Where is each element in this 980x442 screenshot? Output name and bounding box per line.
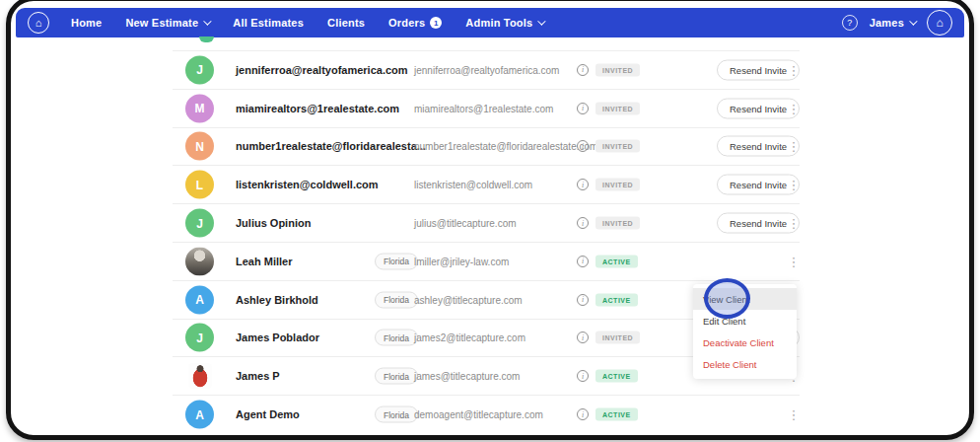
client-email: julius@titlecapture.com	[414, 218, 517, 229]
screenshot-stage: ⌂ HomeNew EstimateAll EstimatesClientsOr…	[0, 0, 980, 442]
status-badge: ACTIVE	[595, 293, 638, 306]
table-row: Mmiamirealtors@1realestate.commiamirealt…	[173, 89, 800, 127]
row-context-menu: View ClientEdit ClientDeactivate ClientD…	[693, 284, 797, 379]
table-row: Llistenkristen@coldwell.comlistenkristen…	[173, 165, 800, 203]
nav-item-label: New Estimate	[125, 17, 198, 29]
info-icon[interactable]: i	[577, 408, 589, 420]
kebab-menu-icon[interactable]: ⋮	[786, 62, 802, 77]
region-badge: Florida	[375, 253, 418, 269]
menu-item-edit-client[interactable]: Edit Client	[693, 310, 797, 332]
titlecapture-logo-icon[interactable]: ⌂	[28, 12, 49, 34]
region-badge: Florida	[375, 368, 418, 385]
nav-item-label: Home	[71, 17, 102, 29]
client-email: james@titlecapture.com	[414, 371, 520, 382]
client-name: James P	[236, 370, 280, 382]
client-name: Leah Miller	[236, 256, 292, 267]
kebab-menu-icon[interactable]: ⋮	[786, 101, 802, 115]
avatar: N	[185, 132, 214, 161]
nav-item-orders[interactable]: Orders1	[388, 17, 442, 29]
client-name: Agent Demo	[236, 408, 300, 420]
info-icon[interactable]: i	[577, 332, 589, 343]
chevron-down-icon	[909, 17, 917, 25]
table-row: JJulius Opinionjulius@titlecapture.comiI…	[173, 203, 800, 242]
kebab-menu-icon[interactable]: ⋮	[786, 407, 802, 422]
status-badge: INVITED	[595, 332, 640, 344]
kebab-menu-icon[interactable]: ⋮	[786, 254, 802, 268]
avatar: A	[185, 285, 214, 314]
info-icon[interactable]: i	[577, 179, 589, 190]
info-icon[interactable]: i	[577, 140, 589, 152]
nav-item-label: Orders	[388, 17, 425, 29]
menu-item-view-client[interactable]: View Client	[693, 288, 797, 310]
info-icon[interactable]: i	[577, 103, 589, 114]
status-badge: INVITED	[595, 63, 640, 76]
avatar-photo	[185, 247, 214, 275]
status-badge: INVITED	[595, 140, 640, 153]
nav-item-label: Clients	[327, 17, 365, 29]
chevron-down-icon	[203, 17, 211, 25]
kebab-menu-icon[interactable]: ⋮	[786, 216, 802, 231]
nav-item-new-estimate[interactable]: New Estimate	[125, 17, 209, 29]
menu-item-delete-client[interactable]: Delete Client	[693, 353, 797, 375]
nav-item-all-estimates[interactable]: All Estimates	[233, 17, 304, 29]
status-badge: ACTIVE	[595, 370, 638, 383]
menu-item-deactivate-client[interactable]: Deactivate Client	[693, 332, 797, 353]
client-name: James Poblador	[236, 332, 319, 343]
user-name-label: James	[870, 17, 904, 29]
info-icon[interactable]: i	[577, 256, 589, 267]
status-badge: INVITED	[595, 217, 640, 230]
avatar-photo	[188, 363, 212, 389]
client-name: Julius Opinion	[236, 217, 311, 229]
avatar: M	[185, 94, 214, 122]
client-name: Ashley Birkhold	[236, 294, 318, 306]
status-badge: ACTIVE	[595, 255, 638, 267]
avatar: A	[185, 401, 214, 429]
avatar: J	[185, 209, 214, 238]
client-email: miamirealtors@1realestate.com	[414, 103, 553, 113]
client-email: james2@titlecapture.com	[414, 332, 525, 343]
client-email: lmiller@jriley-law.com	[414, 256, 509, 266]
client-email: listenkristen@coldwell.com	[414, 180, 532, 190]
client-email: number1realestate@floridarealestate.com	[414, 141, 597, 152]
info-icon[interactable]: i	[577, 64, 589, 76]
client-email: jenniferroa@realtyofamerica.com	[414, 64, 559, 75]
table-row: AAgent DemoFloridademoagent@titlecapture…	[173, 395, 800, 433]
region-badge: Florida	[375, 291, 418, 308]
info-icon[interactable]: i	[577, 294, 589, 306]
orders-count-badge: 1	[430, 17, 442, 29]
browser-frame: ⌂ HomeNew EstimateAll EstimatesClientsOr…	[6, 0, 974, 440]
table-row: Jjenniferroa@realtyofamerica.comjennifer…	[173, 50, 800, 89]
kebab-menu-icon[interactable]: ⋮	[786, 139, 802, 154]
client-email: ashley@titlecapture.com	[414, 294, 523, 305]
avatar: J	[185, 55, 214, 84]
status-badge: ACTIVE	[595, 408, 638, 421]
client-name: number1realestate@floridarealesta...	[236, 140, 426, 152]
user-avatar[interactable]: ⌂	[927, 10, 952, 36]
nav-item-admin-tools[interactable]: Admin Tools	[465, 17, 543, 29]
nav-item-label: Admin Tools	[465, 17, 532, 29]
client-email: demoagent@titlecapture.com	[414, 409, 543, 420]
client-name: miamirealtors@1realestate.com	[236, 103, 399, 114]
nav-item-clients[interactable]: Clients	[327, 17, 365, 29]
status-badge: INVITED	[595, 179, 640, 191]
client-name: listenkristen@coldwell.com	[236, 179, 379, 190]
partial-avatar-above-fold	[199, 37, 214, 42]
nav-item-label: All Estimates	[233, 17, 304, 29]
status-badge: INVITED	[595, 102, 640, 114]
kebab-menu-icon[interactable]: ⋮	[786, 178, 802, 192]
table-row: Leah MillerFloridalmiller@jriley-law.com…	[173, 242, 800, 280]
region-badge: Florida	[375, 330, 418, 346]
info-icon[interactable]: i	[577, 370, 589, 382]
nav-item-home[interactable]: Home	[71, 17, 102, 29]
top-navbar: ⌂ HomeNew EstimateAll EstimatesClientsOr…	[16, 8, 964, 37]
client-name: jenniferroa@realtyofamerica.com	[236, 64, 408, 76]
region-badge: Florida	[375, 406, 418, 423]
avatar: J	[185, 324, 214, 352]
help-icon[interactable]: ?	[842, 15, 858, 31]
table-row: Nnumber1realestate@floridarealesta...num…	[173, 127, 800, 166]
info-icon[interactable]: i	[577, 217, 589, 229]
chevron-down-icon	[538, 17, 546, 25]
user-menu[interactable]: James	[870, 17, 915, 29]
avatar: L	[185, 171, 214, 199]
